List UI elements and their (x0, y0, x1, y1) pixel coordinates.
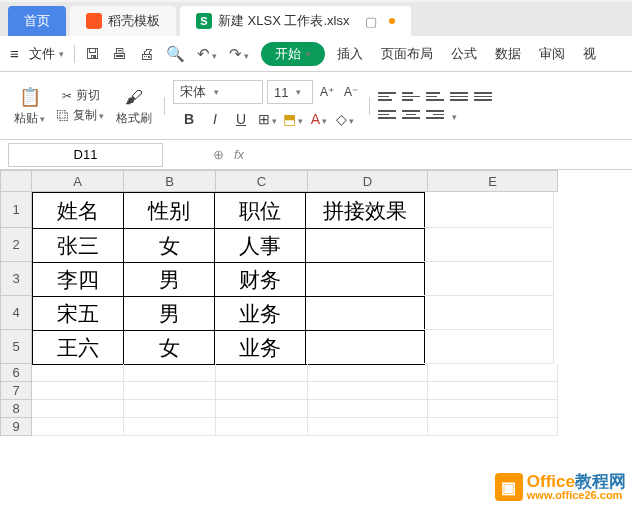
select-all-corner[interactable] (0, 170, 32, 192)
redo-icon[interactable]: ↷ (229, 45, 249, 63)
paste-button[interactable]: 📋 粘贴 (10, 82, 49, 129)
cell-E2[interactable] (424, 228, 554, 262)
cell-B4[interactable]: 男 (123, 296, 215, 331)
cell-C8[interactable] (216, 400, 308, 418)
tab-formula[interactable]: 公式 (451, 45, 477, 63)
cell-E5[interactable] (424, 330, 554, 364)
cell-B7[interactable] (124, 382, 216, 400)
italic-button[interactable]: I (205, 111, 225, 127)
cell-A6[interactable] (32, 364, 124, 382)
font-color-button[interactable]: A (309, 111, 329, 127)
row-header-2[interactable]: 2 (0, 228, 32, 262)
col-header-D[interactable]: D (308, 170, 428, 192)
cell-C5[interactable]: 业务 (214, 330, 306, 365)
align-bottom-icon[interactable] (426, 90, 444, 104)
cell-E1[interactable] (424, 192, 554, 228)
decrease-font-icon[interactable]: A⁻ (341, 85, 361, 99)
cell-A5[interactable]: 王六 (32, 330, 124, 365)
fx-icon[interactable]: fx (234, 147, 244, 162)
cut-button[interactable]: ✂剪切 (62, 87, 100, 104)
row-header-8[interactable]: 8 (0, 400, 32, 418)
border-button[interactable]: ⊞ (257, 111, 277, 127)
tab-view[interactable]: 视 (583, 45, 596, 63)
cell-C4[interactable]: 业务 (214, 296, 306, 331)
col-header-A[interactable]: A (32, 170, 124, 192)
name-box[interactable]: D11 (8, 143, 163, 167)
cell-A9[interactable] (32, 418, 124, 436)
save-icon[interactable]: 🖫 (85, 45, 100, 62)
col-header-C[interactable]: C (216, 170, 308, 192)
cell-C3[interactable]: 财务 (214, 262, 306, 297)
cell-C6[interactable] (216, 364, 308, 382)
cell-D1[interactable]: 拼接效果 (305, 192, 425, 229)
col-header-E[interactable]: E (428, 170, 558, 192)
col-header-B[interactable]: B (124, 170, 216, 192)
tab-document[interactable]: S 新建 XLSX 工作表.xlsx ▢ (180, 6, 411, 36)
row-header-3[interactable]: 3 (0, 262, 32, 296)
save-as-icon[interactable]: 🖶 (112, 45, 127, 62)
align-top-icon[interactable] (378, 90, 396, 104)
row-header-9[interactable]: 9 (0, 418, 32, 436)
cell-D8[interactable] (308, 400, 428, 418)
tab-template[interactable]: 稻壳模板 (70, 6, 176, 36)
cell-E8[interactable] (428, 400, 558, 418)
cell-E6[interactable] (428, 364, 558, 382)
preview-icon[interactable]: 🔍 (166, 45, 185, 63)
print-icon[interactable]: 🖨 (139, 45, 154, 62)
merge-icon[interactable] (450, 108, 468, 122)
tab-review[interactable]: 审阅 (539, 45, 565, 63)
cell-A7[interactable] (32, 382, 124, 400)
row-header-5[interactable]: 5 (0, 330, 32, 364)
undo-icon[interactable]: ↶ (197, 45, 217, 63)
cell-B9[interactable] (124, 418, 216, 436)
cell-A3[interactable]: 李四 (32, 262, 124, 297)
align-middle-icon[interactable] (402, 90, 420, 104)
cell-E3[interactable] (424, 262, 554, 296)
tab-data[interactable]: 数据 (495, 45, 521, 63)
row-header-4[interactable]: 4 (0, 296, 32, 330)
cell-B6[interactable] (124, 364, 216, 382)
tab-layout[interactable]: 页面布局 (381, 45, 433, 63)
spreadsheet-grid[interactable]: ABCDE 1姓名性别职位拼接效果2张三女人事3李四男财务4宋五男业务5王六女业… (0, 170, 632, 436)
cell-B5[interactable]: 女 (123, 330, 215, 365)
font-size-select[interactable]: 11 (267, 80, 313, 104)
align-center-icon[interactable] (402, 108, 420, 122)
format-painter-button[interactable]: 🖌 格式刷 (112, 82, 156, 129)
cell-E9[interactable] (428, 418, 558, 436)
row-header-7[interactable]: 7 (0, 382, 32, 400)
cell-D4[interactable] (305, 296, 425, 331)
underline-button[interactable]: U (231, 111, 251, 127)
font-name-select[interactable]: 宋体 (173, 80, 263, 104)
cancel-icon[interactable]: ⊕ (213, 147, 224, 162)
tab-insert[interactable]: 插入 (337, 45, 363, 63)
cell-B1[interactable]: 性别 (123, 192, 215, 229)
align-left-icon[interactable] (378, 108, 396, 122)
file-menu[interactable]: 文件 (29, 45, 64, 63)
tab-start[interactable]: 开始 (261, 42, 325, 66)
cell-B3[interactable]: 男 (123, 262, 215, 297)
cell-D9[interactable] (308, 418, 428, 436)
cell-A1[interactable]: 姓名 (32, 192, 124, 229)
row-header-1[interactable]: 1 (0, 192, 32, 228)
window-icon[interactable]: ▢ (365, 14, 377, 29)
cell-D6[interactable] (308, 364, 428, 382)
cell-A2[interactable]: 张三 (32, 228, 124, 263)
cell-C1[interactable]: 职位 (214, 192, 306, 229)
cell-B2[interactable]: 女 (123, 228, 215, 263)
indent-left-icon[interactable] (450, 90, 468, 104)
cell-A8[interactable] (32, 400, 124, 418)
align-right-icon[interactable] (426, 108, 444, 122)
cell-D5[interactable] (305, 330, 425, 365)
row-header-6[interactable]: 6 (0, 364, 32, 382)
cell-D3[interactable] (305, 262, 425, 297)
increase-font-icon[interactable]: A⁺ (317, 85, 337, 99)
cell-B8[interactable] (124, 400, 216, 418)
hamburger-icon[interactable]: ≡ (10, 45, 19, 62)
bold-button[interactable]: B (179, 111, 199, 127)
cell-D7[interactable] (308, 382, 428, 400)
copy-button[interactable]: ⿻复制 (57, 107, 104, 124)
cell-C7[interactable] (216, 382, 308, 400)
clear-format-button[interactable]: ◇ (335, 111, 355, 127)
cell-D2[interactable] (305, 228, 425, 263)
indent-right-icon[interactable] (474, 90, 492, 104)
